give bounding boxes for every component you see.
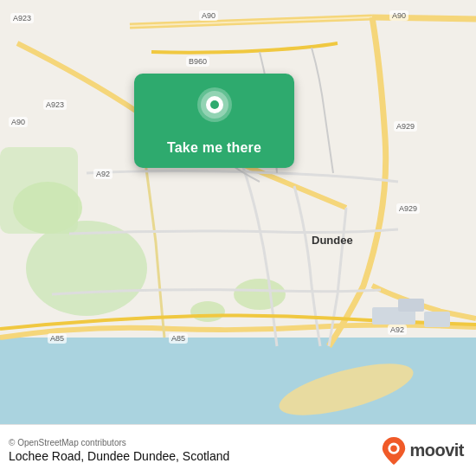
svg-point-3 [26,221,147,316]
location-info: © OpenStreetMap contributors Lochee Road… [9,438,229,463]
moovit-logo: moovit [382,437,464,465]
moovit-text: moovit [409,441,464,460]
bottom-bar: © OpenStreetMap contributors Lochee Road… [0,424,476,476]
svg-rect-5 [0,147,78,234]
svg-rect-10 [424,312,450,327]
map-container: Dundee A923 A90 A90 B960 A929 A923 A929 … [0,0,476,424]
svg-rect-9 [398,299,424,312]
moovit-pin-icon [382,437,406,465]
svg-point-6 [234,279,286,310]
destination-card[interactable]: Take me there [134,74,294,168]
take-me-there-button[interactable]: Take me there [167,140,261,156]
location-name: Lochee Road, Dundee Dundee, Scotland [9,449,229,463]
osm-attribution: © OpenStreetMap contributors [9,438,229,447]
svg-point-7 [190,301,225,322]
svg-point-14 [210,100,219,109]
svg-point-16 [391,445,398,452]
location-pin-icon [192,87,237,132]
